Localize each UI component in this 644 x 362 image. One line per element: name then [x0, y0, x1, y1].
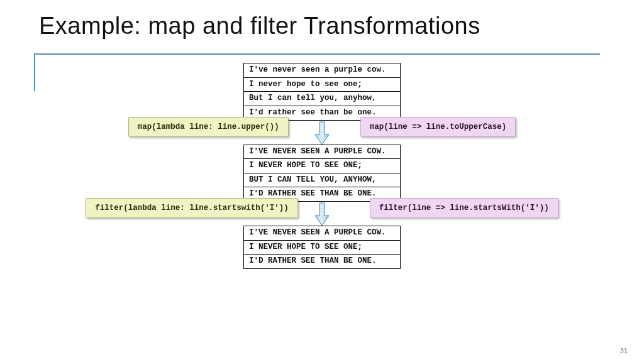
table-row: I'VE NEVER SEEN A PURPLE COW. [244, 226, 401, 241]
table-row: I'VE NEVER SEEN A PURPLE COW. [244, 145, 401, 159]
title-underline [34, 53, 600, 55]
table-row: But I can tell you, anyhow, [244, 92, 401, 106]
diagram-stage: I've never seen a purple cow. I never ho… [0, 63, 644, 269]
table-row: I'D RATHER SEE THAN BE ONE. [244, 255, 401, 269]
op-row-filter: filter(lambda line: line.startswith('I')… [0, 198, 644, 218]
table-row: I NEVER HOPE TO SEE ONE; [244, 159, 401, 173]
filter-scala-box: filter(line => line.startsWith('I')) [370, 198, 558, 218]
table-filtered: I'VE NEVER SEEN A PURPLE COW. I NEVER HO… [243, 226, 401, 269]
table-original: I've never seen a purple cow. I never ho… [243, 63, 401, 121]
op-row-map: map(lambda line: line.upper()) map(line … [0, 117, 644, 137]
slide-title: Example: map and filter Transformations [39, 13, 480, 40]
table-mapped: I'VE NEVER SEEN A PURPLE COW. I NEVER HO… [243, 145, 401, 202]
filter-python-box: filter(lambda line: line.startswith('I')… [86, 198, 298, 218]
table-row: I never hope to see one; [244, 77, 401, 92]
map-python-box: map(lambda line: line.upper()) [128, 117, 289, 137]
table-row: I've never seen a purple cow. [244, 63, 401, 78]
table-row: I NEVER HOPE TO SEE ONE; [244, 240, 401, 255]
map-scala-box: map(line => line.toUpperCase) [360, 117, 516, 137]
table-row: BUT I CAN TELL YOU, ANYHOW, [244, 173, 401, 187]
page-number: 31 [620, 347, 628, 354]
